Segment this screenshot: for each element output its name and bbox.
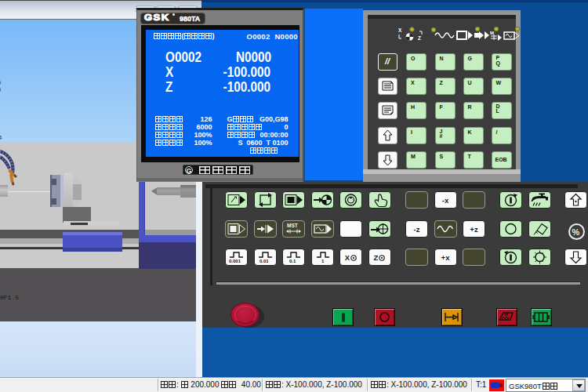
svg-text:%: % [572,227,579,237]
svg-text:1: 1 [321,259,325,263]
svg-text:X: X [398,27,402,33]
svg-text:Z: Z [418,35,421,41]
svg-text:0.001: 0.001 [229,259,241,263]
svg-text:MST: MST [287,223,298,228]
svg-text:M: M [490,31,494,35]
svg-text:0.1: 0.1 [289,259,296,263]
svg-text:0.01: 0.01 [260,259,269,263]
